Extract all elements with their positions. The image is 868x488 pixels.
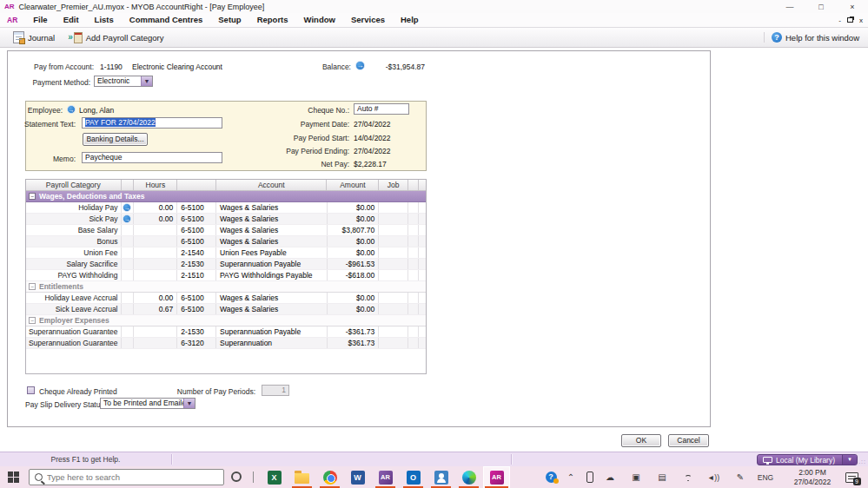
myob-logo-icon: AR	[7, 16, 17, 24]
payment-date-label: Payment Date:	[301, 120, 349, 129]
table-row[interactable]: Base Salary6-5100Wages & Salaries$3,807.…	[26, 225, 426, 236]
memo-input[interactable]: Paycheque	[82, 152, 222, 163]
mdi-close-button[interactable]: x	[859, 16, 863, 24]
taskbar-edge[interactable]	[455, 466, 482, 488]
taskbar-search[interactable]	[29, 469, 224, 485]
journal-button[interactable]: Journal	[9, 30, 59, 45]
library-selector-button[interactable]: Local (My Library) ▼	[757, 454, 858, 465]
employee-zoom-arrow-icon[interactable]: →	[67, 105, 76, 114]
payment-method-select[interactable]: Electronic ▼	[94, 76, 153, 87]
statement-text-input[interactable]: PAY FOR 27/04/2022	[82, 117, 222, 129]
tray-help[interactable]: ?	[542, 466, 560, 488]
collapse-icon[interactable]: −	[29, 317, 36, 324]
taskbar-people[interactable]	[427, 466, 454, 488]
payment-date-value: 27/04/2022	[354, 120, 391, 129]
tray-pen[interactable]: ✎	[732, 466, 749, 488]
banking-details-button[interactable]: Banking Details...	[83, 133, 148, 146]
zoom-arrow-icon[interactable]: →	[123, 203, 131, 212]
table-row[interactable]: Bonus6-5100Wages & Salaries$0.00	[26, 236, 426, 247]
payment-method-dropdown-icon[interactable]: ▼	[141, 76, 152, 86]
menu-window[interactable]: Window	[296, 13, 343, 27]
collapse-icon[interactable]: −	[29, 283, 36, 290]
group-row-entitlements[interactable]: −Entitlements	[26, 281, 426, 293]
taskbar-accountright-active[interactable]: AR	[483, 466, 510, 488]
table-row[interactable]: Superannuation Guarantee6-3120Superannua…	[26, 338, 426, 349]
table-row[interactable]: Sick Pay→0.006-5100Wages & Salaries$0.00	[26, 214, 426, 225]
cortana-icon[interactable]	[231, 472, 242, 482]
pay-slip-dropdown-icon[interactable]: ▼	[183, 399, 195, 408]
tray-notifications[interactable]: 9	[841, 466, 862, 488]
tray-language[interactable]: ENG	[754, 466, 777, 488]
menu-help[interactable]: Help	[393, 13, 427, 27]
screen-snip-icon: ▣	[632, 472, 639, 482]
people-icon	[434, 471, 448, 485]
menu-command-centres[interactable]: Command Centres	[122, 13, 210, 27]
table-row[interactable]: Salary Sacrifice2-1530Superannuation Pay…	[26, 259, 426, 270]
statusbar-help-text: Press F1 to get Help.	[0, 452, 171, 466]
maximize-button[interactable]: □	[805, 3, 837, 11]
taskbar-clock[interactable]: 2:00 PM 27/04/2022	[786, 466, 838, 488]
column-header-account: Account	[216, 180, 327, 190]
taskbar: X W AR O AR ? ⌃ ☁ ▣ ▤ ◄)) ✎ ENG 2:00 PM …	[0, 466, 868, 488]
file-explorer-icon	[295, 473, 309, 484]
table-row[interactable]: Union Fee2-1540Union Fees Payable$0.00	[26, 247, 426, 259]
help-for-window-button[interactable]: ? Help for this window	[764, 32, 859, 43]
tray-phone[interactable]	[582, 466, 598, 488]
tray-volume[interactable]: ◄))	[704, 466, 723, 488]
ok-button[interactable]: OK	[621, 434, 661, 447]
column-header-payroll-category: Payroll Category	[26, 180, 122, 190]
menu-services[interactable]: Services	[343, 13, 393, 27]
start-button[interactable]	[0, 466, 26, 488]
search-input[interactable]	[47, 472, 203, 482]
table-row[interactable]: Sick Leave Accrual0.676-5100Wages & Sala…	[26, 304, 426, 315]
add-payroll-category-button[interactable]: » Add Payroll Category	[63, 30, 168, 45]
menu-setup[interactable]: Setup	[210, 13, 248, 27]
library-dropdown-icon[interactable]: ▼	[842, 455, 857, 465]
payment-method-value: Electronic	[95, 76, 141, 86]
column-header-job: Job	[379, 180, 408, 190]
group-row-employer-expenses[interactable]: −Employer Expenses	[26, 315, 426, 326]
menu-file[interactable]: File	[25, 13, 55, 27]
balance-label: Balance:	[268, 63, 351, 71]
taskbar-chrome[interactable]	[316, 466, 343, 488]
tray-chevron[interactable]: ⌃	[563, 466, 579, 488]
taskbar-excel[interactable]: X	[261, 466, 288, 488]
table-row[interactable]: Superannuation Guarantee2-1530Superannua…	[26, 326, 426, 338]
pen-icon: ✎	[737, 472, 744, 482]
payment-method-label: Payment Method:	[8, 78, 90, 87]
minimize-button[interactable]: —	[774, 3, 805, 11]
tray-help-icon: ?	[546, 472, 557, 483]
zoom-arrow-icon[interactable]: →	[123, 214, 131, 223]
volume-icon: ◄))	[707, 473, 719, 482]
tray-camera[interactable]: ▤	[653, 466, 671, 488]
cancel-button[interactable]: Cancel	[668, 434, 709, 447]
table-row[interactable]: PAYG Withholding2-1510PAYG Withholdings …	[26, 270, 426, 281]
tray-snip[interactable]: ▣	[627, 466, 645, 488]
taskbar-accountright[interactable]: AR	[372, 466, 399, 488]
title-bar: AR Clearwater_Premier_AU.myox - MYOB Acc…	[0, 0, 868, 13]
cheque-no-input[interactable]: Auto #	[354, 103, 409, 115]
mdi-minimize-button[interactable]: -	[838, 16, 841, 24]
menu-edit[interactable]: Edit	[56, 13, 87, 27]
close-button[interactable]: ×	[837, 3, 868, 11]
menu-lists[interactable]: Lists	[87, 13, 122, 27]
pay-slip-delivery-status-select[interactable]: To be Printed and Emailed ▼	[100, 398, 195, 409]
employee-name: Long, Alan	[79, 106, 114, 115]
table-row[interactable]: Holiday Leave Accrual0.006-5100Wages & S…	[26, 293, 426, 304]
search-icon	[35, 473, 43, 481]
task-view-icon[interactable]	[253, 472, 254, 483]
tray-onedrive[interactable]: ☁	[601, 466, 619, 488]
clock-date: 27/04/2022	[786, 478, 838, 487]
tray-wifi[interactable]	[679, 466, 697, 488]
group-row-wages-deductions-and-taxes[interactable]: −Wages, Deductions and Taxes	[26, 191, 426, 202]
table-row[interactable]: Holiday Pay→0.006-5100Wages & Salaries$0…	[26, 202, 426, 214]
menu-reports[interactable]: Reports	[249, 13, 296, 27]
mdi-restore-button[interactable]	[847, 17, 853, 23]
taskbar-file-explorer[interactable]	[288, 466, 315, 488]
cheque-already-printed-checkbox[interactable]	[27, 386, 35, 394]
journal-icon	[13, 31, 24, 43]
taskbar-outlook[interactable]: O	[400, 466, 427, 488]
taskbar-word[interactable]: W	[344, 466, 371, 488]
accountright-active-icon: AR	[490, 471, 504, 485]
collapse-icon[interactable]: −	[29, 193, 36, 200]
